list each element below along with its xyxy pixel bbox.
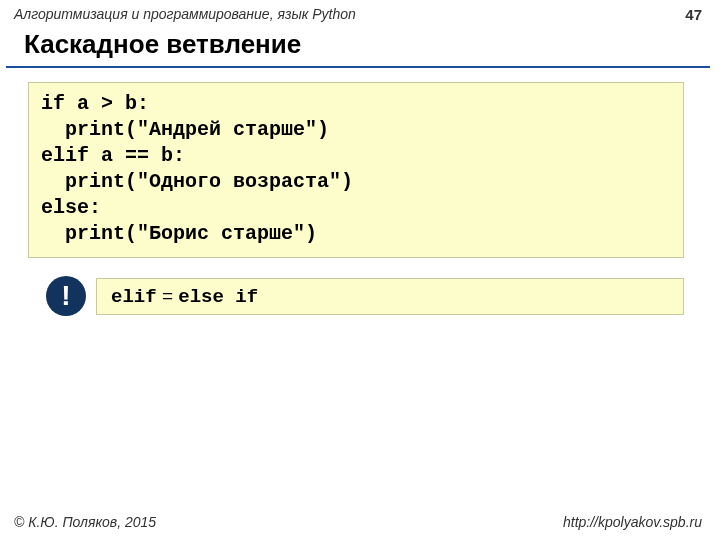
slide-footer: © К.Ю. Поляков, 2015 http://kpolyakov.sp…	[0, 514, 720, 530]
note-box: elif = else if	[96, 278, 684, 315]
exclamation-icon: !	[46, 276, 86, 316]
slide-title: Каскадное ветвление	[6, 25, 710, 68]
note-eq: =	[157, 285, 179, 306]
code-line: print("Андрей старше")	[41, 118, 329, 141]
slide-header: Алгоритмизация и программирование, язык …	[0, 0, 720, 25]
page-number: 47	[685, 6, 702, 23]
code-line: print("Одного возраста")	[41, 170, 353, 193]
code-line: else:	[41, 196, 101, 219]
note-elif: elif	[111, 286, 157, 308]
code-line: if a > b:	[41, 92, 149, 115]
footer-url: http://kpolyakov.spb.ru	[563, 514, 702, 530]
code-block: if a > b: print("Андрей старше") elif a …	[28, 82, 684, 258]
course-title: Алгоритмизация и программирование, язык …	[14, 6, 356, 22]
code-line: elif a == b:	[41, 144, 185, 167]
note-elseif: else if	[178, 286, 258, 308]
note-row: ! elif = else if	[46, 276, 684, 316]
code-line: print("Борис старше")	[41, 222, 317, 245]
copyright: © К.Ю. Поляков, 2015	[14, 514, 156, 530]
